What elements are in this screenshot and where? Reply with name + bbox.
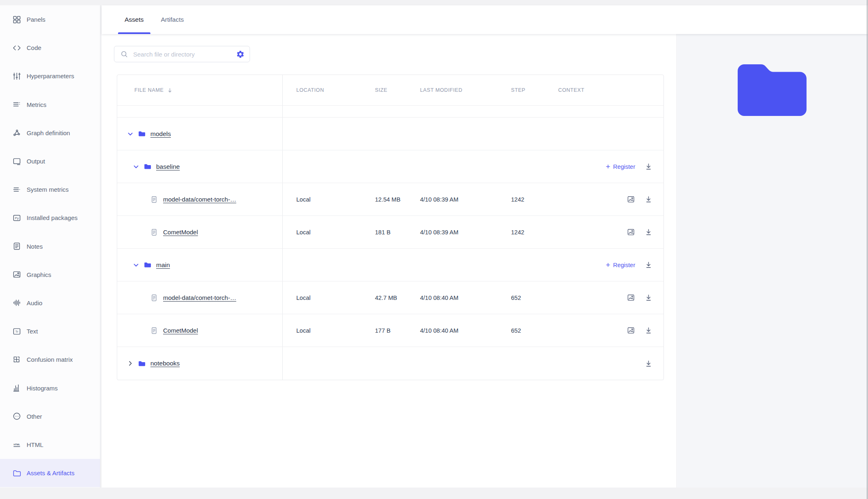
download-icon[interactable] <box>644 162 653 171</box>
search-box <box>114 46 250 62</box>
right-preview-pane <box>677 34 868 488</box>
plus-icon: + <box>606 261 610 269</box>
sidebar-item-assets-artifacts[interactable]: Assets & Artifacts <box>0 459 100 487</box>
tab-label: Assets <box>125 16 144 23</box>
file-last-modified: 4/10 08:40 AM <box>420 327 511 334</box>
file-document-icon <box>150 228 158 236</box>
image-preview-icon[interactable] <box>627 326 635 335</box>
file-step: 1242 <box>511 229 558 236</box>
sidebar-item-label: Graph definition <box>27 129 70 136</box>
file-last-modified: 4/10 08:39 AM <box>420 196 511 203</box>
sidebar-item-panels[interactable]: Panels <box>0 5 100 34</box>
output-icon <box>12 157 21 166</box>
tab-bar: AssetsArtifacts <box>102 5 868 34</box>
download-icon[interactable] <box>644 228 653 236</box>
sidebar-item-other[interactable]: Other <box>0 402 100 431</box>
image-preview-icon[interactable] <box>627 195 635 204</box>
download-icon[interactable] <box>644 359 653 368</box>
panels-icon <box>12 15 21 24</box>
file-size: 177 B <box>375 327 420 334</box>
folder-name-link[interactable]: main <box>156 261 170 269</box>
sidebar-item-audio[interactable]: Audio <box>0 289 100 317</box>
large-folder-icon <box>738 64 807 116</box>
sidebar-item-system-metrics[interactable]: System metrics <box>0 175 100 204</box>
file-name-link[interactable]: model-data/comet-torch-… <box>163 294 236 301</box>
file-size: 181 B <box>375 229 420 236</box>
other-icon <box>12 412 21 421</box>
search-input[interactable] <box>132 50 232 58</box>
file-last-modified: 4/10 08:40 AM <box>420 295 511 301</box>
sort-descending-icon[interactable] <box>166 87 173 94</box>
sidebar-item-confusion-matrix[interactable]: Confusion matrix <box>0 345 100 374</box>
sidebar-item-output[interactable]: Output <box>0 147 100 175</box>
sidebar-item-label: Other <box>27 413 42 420</box>
svg-text:Py: Py <box>15 216 18 220</box>
column-header-location: LOCATION <box>296 87 375 93</box>
sidebar-item-graph-definition[interactable]: Graph definition <box>0 119 100 147</box>
folder-icon <box>143 261 151 269</box>
file-location: Local <box>296 229 375 236</box>
sidebar-item-label: Notes <box>27 243 43 250</box>
histograms-icon <box>12 383 21 392</box>
sidebar-item-metrics[interactable]: Metrics <box>0 91 100 119</box>
file-document-icon <box>150 327 158 335</box>
folder-name-link[interactable]: baseline <box>156 163 180 170</box>
file-size: 12.54 MB <box>375 196 420 203</box>
graphics-icon <box>12 270 21 279</box>
assets-panel: FILE NAMELOCATIONSIZELAST MODIFIEDSTEPCO… <box>102 34 676 488</box>
sidebar-item-graphics[interactable]: Graphics <box>0 261 100 289</box>
gear-icon[interactable] <box>236 50 245 59</box>
folder-icon <box>143 163 151 170</box>
graph-definition-icon <box>12 128 21 137</box>
plus-icon: + <box>606 163 610 170</box>
svg-text:Tr: Tr <box>15 330 18 333</box>
file-name-link[interactable]: CometModel <box>163 327 198 334</box>
table-header-row: FILE NAMELOCATIONSIZELAST MODIFIEDSTEPCO… <box>117 75 663 106</box>
column-header-file-name[interactable]: FILE NAME <box>117 75 283 105</box>
image-preview-icon[interactable] <box>627 228 635 236</box>
file-row-cometmodel: CometModelLocal181 B4/10 08:39 AM1242 <box>117 216 663 249</box>
sidebar-item-label: Audio <box>27 299 42 306</box>
sidebar-item-html[interactable]: HTMLHTML <box>0 431 100 459</box>
chevron-down-icon[interactable] <box>132 163 140 171</box>
sidebar-item-installed-packages[interactable]: PyInstalled packages <box>0 204 100 232</box>
image-preview-icon[interactable] <box>627 293 635 302</box>
file-document-icon <box>150 294 158 302</box>
tab-assets[interactable]: Assets <box>118 5 150 34</box>
register-button[interactable]: +Register <box>606 163 635 170</box>
chevron-down-icon[interactable] <box>126 130 134 138</box>
sidebar-item-hyperparameters[interactable]: Hyperparameters <box>0 62 100 90</box>
file-name-link[interactable]: CometModel <box>163 229 198 236</box>
folder-name-link[interactable]: models <box>150 130 171 138</box>
tab-artifacts[interactable]: Artifacts <box>155 5 191 34</box>
file-row-cometmodel: CometModelLocal177 B4/10 08:40 AM652 <box>117 314 663 347</box>
file-row-model-data-comet-torch: model-data/comet-torch-…Local12.54 MB4/1… <box>117 183 663 216</box>
download-icon[interactable] <box>644 293 653 302</box>
sidebar-item-text[interactable]: TrText <box>0 317 100 345</box>
sidebar-item-histograms[interactable]: Histograms <box>0 374 100 402</box>
sidebar-item-notes[interactable]: Notes <box>0 232 100 261</box>
window-edge-scrollbar[interactable] <box>867 0 868 499</box>
file-document-icon <box>150 195 158 204</box>
download-icon[interactable] <box>644 326 653 335</box>
folder-name-link[interactable]: notebooks <box>150 360 180 367</box>
notes-icon <box>12 242 21 251</box>
table-spacer-row <box>117 106 663 118</box>
assets-artifacts-icon <box>12 469 21 478</box>
file-name-link[interactable]: model-data/comet-torch-… <box>163 196 236 203</box>
chevron-down-icon[interactable] <box>132 261 140 269</box>
chevron-right-icon[interactable] <box>126 359 134 367</box>
sidebar-item-label: Graphics <box>27 271 51 278</box>
folder-icon <box>138 130 145 138</box>
file-location: Local <box>296 196 375 203</box>
sidebar: PanelsCodeHyperparametersMetricsGraph de… <box>0 5 100 488</box>
file-location: Local <box>296 327 375 334</box>
sidebar-item-label: Code <box>27 44 41 51</box>
file-size: 42.7 MB <box>375 295 420 301</box>
register-button[interactable]: +Register <box>606 261 635 269</box>
download-icon[interactable] <box>644 261 653 269</box>
file-step: 652 <box>511 327 558 334</box>
download-icon[interactable] <box>644 195 653 204</box>
sidebar-item-label: Text <box>27 328 38 335</box>
sidebar-item-code[interactable]: Code <box>0 34 100 62</box>
